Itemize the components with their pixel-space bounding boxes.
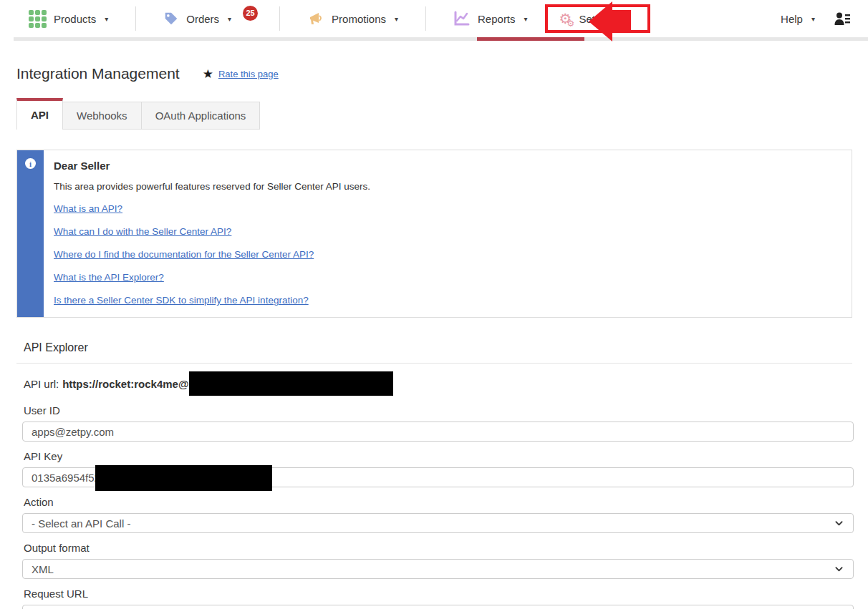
annotation-arrow-shaft [611,10,631,33]
chevron-down-icon: ▾ [228,15,231,23]
user-id-label: User ID [16,404,852,416]
api-key-wrap [16,467,852,487]
nav-item-reports[interactable]: Reports ▾ [453,11,528,26]
star-icon: ★ [203,67,213,82]
chevron-down-icon: ▾ [105,15,108,23]
navbar-bottom-border [14,37,868,41]
tab-webhooks[interactable]: Webhooks [63,102,142,130]
nav-orders-label: Orders [186,13,219,25]
section-divider [16,363,852,364]
output-format-label: Output format [16,542,852,554]
info-description: This area provides powerful features res… [54,181,837,192]
output-format-selected-value: XML [32,563,54,575]
api-key-label: API Key [16,450,852,462]
nav-item-orders[interactable]: Orders ▾ 25 [163,11,258,26]
tab-api[interactable]: API [16,98,63,130]
tab-bar: API Webhooks OAuth Applications [16,98,852,130]
link-seller-center-sdk[interactable]: Is there a Seller Center SDK to simplify… [54,295,837,306]
nav-item-promotions[interactable]: Promotions ▾ [307,10,398,27]
nav-promotions-label: Promotions [332,13,386,25]
settings-active-underline [477,37,584,41]
tab-oauth-applications[interactable]: OAuth Applications [142,102,261,130]
chevron-down-icon: ▾ [811,15,815,23]
api-url-label: API url: [24,378,59,390]
chevron-down-icon [835,520,843,527]
settings-gear-icon: ⚙⚙ [559,11,572,26]
link-what-is-api-explorer[interactable]: What is the API Explorer? [54,272,837,283]
output-format-select[interactable]: XML [22,559,854,579]
promotions-megaphone-icon [307,10,324,27]
rate-this-page-link[interactable]: Rate this page [218,69,279,79]
nav-item-products[interactable]: Products ▾ [29,10,108,28]
info-icon: i [25,158,36,169]
chevron-down-icon: ▾ [395,15,398,23]
redaction-box [95,465,272,491]
action-selected-value: - Select an API Call - [32,517,130,530]
request-url-textarea[interactable] [22,605,854,609]
info-heading: Dear Seller [54,160,837,172]
products-grid-icon [29,10,47,28]
info-box-blue-strip: i [17,150,44,317]
nav-products-label: Products [54,13,96,25]
nav-reports-label: Reports [478,13,516,25]
annotation-arrow-icon [589,1,612,42]
reports-chart-icon [453,11,471,26]
request-url-label: Request URL [16,588,852,600]
page-title: Integration Management [16,65,180,82]
top-navbar: Products ▾ Orders ▾ 25 Promotions ▾ Repo… [0,0,868,37]
api-explorer-heading: API Explorer [16,341,852,354]
page-header: Integration Management ★ Rate this page [16,65,852,82]
seller-info-box: i Dear Seller This area provides powerfu… [16,150,852,318]
link-where-documentation[interactable]: Where do I find the documentation for th… [54,249,837,260]
chevron-down-icon: ▾ [524,15,528,23]
orders-count-badge: 25 [243,6,258,21]
nav-help-label: Help [781,13,803,25]
nav-divider [135,6,136,31]
info-box-content: Dear Seller This area provides powerful … [44,150,852,317]
user-id-input[interactable] [22,422,854,442]
nav-item-help[interactable]: Help ▾ [781,13,815,25]
chevron-down-icon [835,565,843,573]
redaction-box [189,371,393,396]
api-url-row: API url: https://rocket:rock4me@ [16,371,852,396]
action-label: Action [16,496,852,508]
link-what-can-i-do[interactable]: What can I do with the Seller Center API… [54,226,837,237]
link-what-is-an-api[interactable]: What is an API? [54,203,837,214]
api-url-value: https://rocket:rock4me@ [62,378,188,390]
main-content: Integration Management ★ Rate this page … [0,65,868,609]
action-select[interactable]: - Select an API Call - [22,513,854,533]
nav-divider [279,6,280,31]
orders-tag-icon [163,11,179,26]
account-user-icon[interactable] [834,11,851,26]
nav-divider [425,6,426,31]
